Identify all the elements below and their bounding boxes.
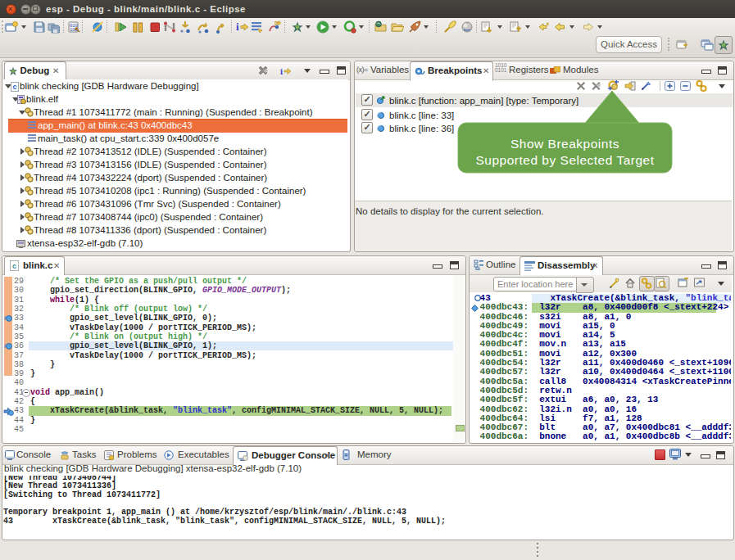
svg-text:i: i xyxy=(280,66,283,76)
svg-text:i: i xyxy=(236,20,239,33)
